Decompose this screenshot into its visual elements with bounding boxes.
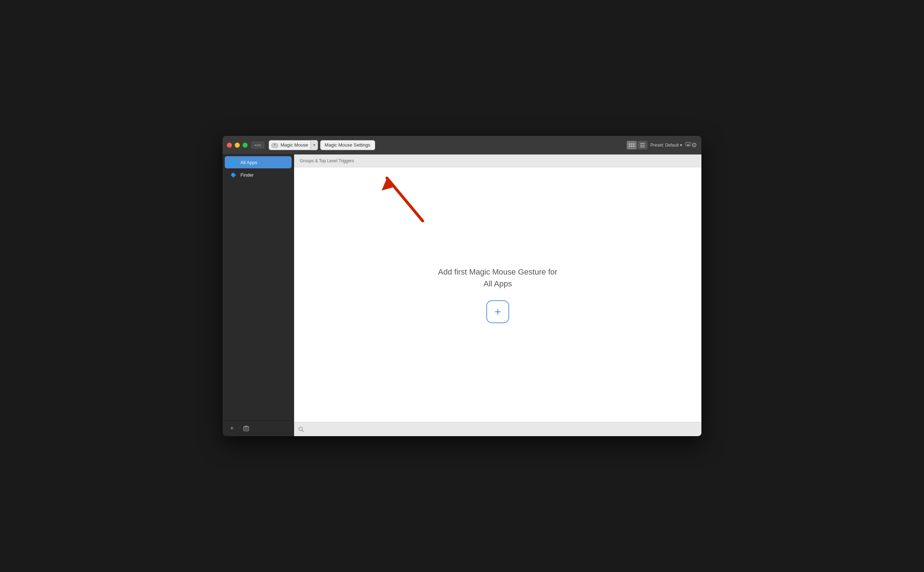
view-toggle	[627, 141, 648, 149]
svg-line-11	[302, 430, 304, 432]
gear-icon	[685, 142, 691, 148]
trash-icon	[243, 425, 250, 432]
annotation-arrow	[366, 171, 444, 228]
titlebar: <<< Magic Mouse ▾ Magic Mouse Settings	[223, 136, 701, 154]
search-wrap	[298, 426, 304, 432]
finder-icon: 🔷	[230, 171, 237, 179]
sidebar-item-finder-label: Finder	[240, 172, 254, 178]
sidebar: 🌐 All Apps 🔷 Finder +	[223, 154, 294, 436]
traffic-lights	[227, 143, 248, 148]
panel-toolbar: Groups & Top Level Triggers	[294, 154, 701, 167]
svg-marker-9	[381, 178, 394, 191]
list-view-button[interactable]	[637, 141, 648, 149]
empty-line1: Add first Magic Mouse Gesture for	[438, 267, 557, 276]
right-panel: Groups & Top Level Triggers Add first Ma…	[294, 154, 701, 436]
gear-button[interactable]: ⚙	[685, 141, 697, 149]
dropdown-arrow-icon: ▾	[310, 140, 318, 150]
back-button[interactable]: <<<	[251, 141, 264, 149]
sidebar-items: 🌐 All Apps 🔷 Finder	[223, 154, 294, 420]
panel-footer	[294, 422, 701, 436]
list-icon	[640, 143, 645, 147]
svg-point-2	[274, 144, 276, 146]
mouse-icon	[271, 142, 278, 148]
sidebar-bottom: +	[223, 420, 294, 436]
add-app-button[interactable]: +	[228, 424, 236, 432]
maximize-button[interactable]	[243, 143, 248, 148]
device-name-label: Magic Mouse	[281, 142, 308, 148]
minimize-button[interactable]	[235, 143, 240, 148]
device-selector-content: Magic Mouse	[271, 142, 308, 148]
titlebar-right: Preset: Default ▾ ⚙	[627, 141, 697, 149]
panel-content: Add first Magic Mouse Gesture for All Ap…	[294, 167, 701, 422]
preset-selector[interactable]: Preset: Default ▾	[650, 143, 682, 148]
search-icon	[298, 426, 304, 432]
delete-app-button[interactable]	[242, 424, 251, 432]
empty-state-text: Add first Magic Mouse Gesture for All Ap…	[438, 266, 557, 289]
sidebar-item-finder[interactable]: 🔷 Finder	[225, 169, 291, 181]
device-selector[interactable]: Magic Mouse ▾	[269, 140, 318, 150]
sidebar-item-all-apps-label: All Apps	[240, 160, 257, 165]
empty-state: Add first Magic Mouse Gesture for All Ap…	[438, 266, 557, 323]
svg-line-8	[387, 178, 423, 221]
add-gesture-button[interactable]: +	[486, 300, 509, 323]
close-button[interactable]	[227, 143, 232, 148]
sidebar-item-all-apps[interactable]: 🌐 All Apps	[225, 156, 291, 168]
main-content: 🌐 All Apps 🔷 Finder +	[223, 154, 701, 436]
grid-view-button[interactable]	[627, 141, 637, 149]
toolbar-title: Groups & Top Level Triggers	[300, 159, 354, 163]
grid-icon	[629, 143, 634, 147]
magic-mouse-settings-button[interactable]: Magic Mouse Settings	[320, 140, 375, 150]
all-apps-icon: 🌐	[230, 159, 237, 166]
empty-line2: All Apps	[484, 279, 512, 288]
app-window: <<< Magic Mouse ▾ Magic Mouse Settings	[223, 136, 701, 436]
